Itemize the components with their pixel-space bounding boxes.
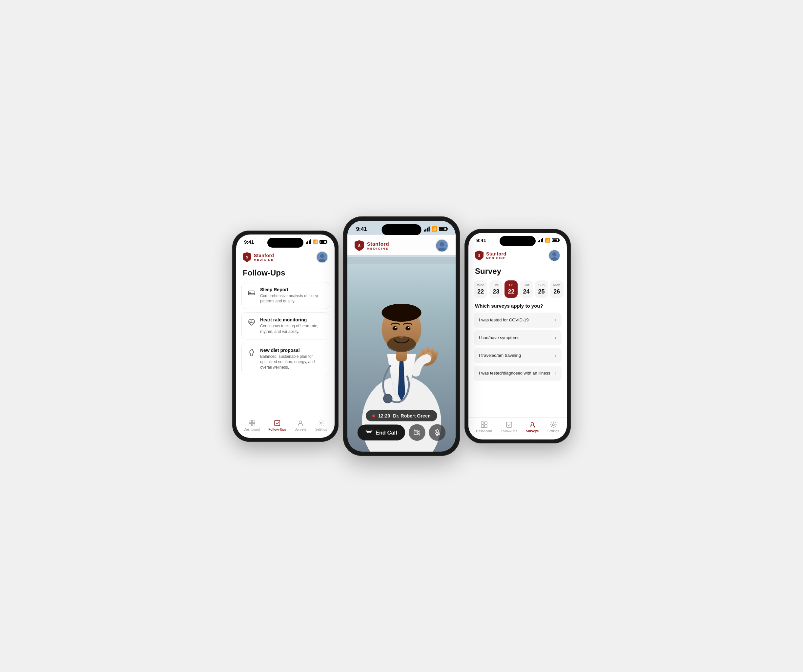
nav-surveys-label-right: Surveys [526, 429, 539, 433]
logo-left: S Stanford MEDICINE [243, 252, 274, 262]
nav-surveys-left[interactable]: Surveys [294, 419, 306, 431]
cal-day-wed-num: 22 [477, 288, 484, 295]
survey-option-symptoms[interactable]: I had/have symptoms › [474, 330, 562, 345]
followups-icon-right [506, 421, 513, 429]
svg-point-12 [320, 422, 322, 424]
nav-settings-label-left: Settings [315, 428, 327, 431]
svg-rect-6 [249, 420, 252, 423]
nav-dashboard-left[interactable]: Dashboard [244, 419, 260, 431]
survey-option-diagnosed[interactable]: I was tested/diagnosed with an illness › [474, 366, 562, 381]
video-toggle-button[interactable] [409, 424, 426, 441]
sleep-card-desc: Comprehensive analysis of sleep patterns… [260, 293, 324, 304]
app-header-right: S Stanford MEDICINE [468, 246, 567, 264]
svg-rect-9 [252, 424, 255, 426]
avatar-right[interactable] [548, 250, 560, 261]
left-phone-screen: 9:41 📶 S [236, 234, 335, 438]
avatar-center[interactable] [435, 239, 449, 252]
phone-icon [366, 429, 373, 436]
nav-dashboard-label-right: Dashboard [476, 429, 492, 433]
avatar-image-right [549, 250, 559, 261]
signal-bars-center [424, 226, 430, 231]
cal-day-fri[interactable]: Fri 22 [504, 281, 518, 298]
logo-stanford-left: Stanford [254, 253, 274, 258]
heartrate-card-content: Heart rate monitoring Continuous trackin… [260, 317, 324, 334]
nav-settings-label-right: Settings [548, 429, 559, 433]
sleep-card-title: Sleep Report [260, 287, 324, 292]
battery-icon-right [552, 239, 559, 242]
logo-text-left: Stanford MEDICINE [254, 253, 274, 261]
followups-scroll[interactable]: Sleep Report Comprehensive analysis of s… [236, 282, 335, 402]
svg-point-43 [553, 252, 556, 256]
cal-day-thu[interactable]: Thu 23 [489, 281, 502, 298]
logo-stanford-center: Stanford [367, 241, 389, 247]
signal-bars-right [538, 238, 543, 242]
nav-dashboard-right[interactable]: Dashboard [476, 421, 492, 433]
svg-rect-48 [484, 425, 487, 428]
survey-option-travel[interactable]: I traveled/am traveling › [474, 348, 562, 363]
dashboard-icon-right [481, 421, 488, 429]
svg-rect-4 [248, 291, 255, 295]
status-time-right: 9:41 [476, 237, 486, 243]
end-call-button[interactable]: End Call [358, 424, 405, 440]
diet-card-desc: Balanced, sustainable plan for optimized… [260, 354, 324, 370]
card-diet[interactable]: New diet proposal Balanced, sustainable … [241, 343, 329, 375]
svg-rect-49 [507, 422, 512, 427]
logo-text-center: Stanford MEDICINE [367, 241, 389, 250]
rec-dot [372, 414, 375, 417]
nav-surveys-right[interactable]: Surveys [526, 421, 539, 433]
call-info-bar: 12:20 Dr. Robert Green [366, 410, 437, 421]
svg-point-51 [553, 424, 554, 426]
status-bar-center: 9:41 📶 [347, 221, 456, 235]
cal-day-sun[interactable]: Sun 25 [535, 281, 548, 298]
bottom-nav-right: Dashboard Follow-Ups Surveys [468, 417, 567, 440]
followups-icon-left [273, 419, 281, 427]
cal-day-wed[interactable]: Wed 22 [474, 281, 488, 298]
logo-stanford-right: Stanford [486, 251, 507, 256]
svg-rect-10 [275, 420, 280, 426]
logo-text-right: Stanford MEDICINE [486, 251, 507, 260]
stanford-shield-icon-center: S [354, 240, 364, 251]
nav-settings-right[interactable]: Settings [548, 421, 559, 433]
survey-option-travel-text: I traveled/am traveling [479, 353, 521, 358]
sleep-card-content: Sleep Report Comprehensive analysis of s… [260, 287, 324, 304]
status-time-left: 9:41 [244, 239, 254, 245]
status-icons-right: 📶 [538, 238, 559, 243]
center-phone-screen: 9:41 📶 [347, 221, 456, 451]
right-phone-screen: 9:41 📶 S [468, 233, 567, 440]
survey-question-label: Which surveys apply to you? [468, 303, 567, 313]
card-sleep[interactable]: Sleep Report Comprehensive analysis of s… [241, 282, 329, 309]
dynamic-island-center [382, 224, 421, 235]
app-header-center: S Stanford MEDICINE [347, 234, 456, 255]
cal-day-sat[interactable]: Sat 24 [520, 281, 533, 298]
svg-point-2 [320, 254, 324, 258]
svg-point-50 [531, 422, 534, 425]
cal-day-sun-num: 25 [538, 288, 545, 295]
nav-followups-left[interactable]: Follow-Ups [268, 419, 286, 431]
mute-button[interactable] [429, 424, 446, 441]
status-time-center: 9:41 [356, 226, 367, 232]
call-overlay-bottom: 12:20 Dr. Robert Green End Call [347, 410, 456, 448]
call-time: 12:20 [378, 413, 390, 419]
phones-container: 9:41 📶 S [232, 227, 571, 445]
battery-icon-left [320, 240, 327, 243]
chevron-travel-icon: › [555, 352, 556, 359]
cal-day-thu-num: 23 [493, 288, 499, 295]
surveys-icon-right [529, 421, 536, 429]
sleep-icon [247, 287, 256, 297]
nav-settings-left[interactable]: Settings [315, 419, 327, 431]
svg-rect-8 [249, 424, 252, 426]
card-heartrate[interactable]: Heart rate monitoring Continuous trackin… [241, 312, 329, 339]
cal-day-mon[interactable]: Mon 26 [550, 281, 564, 298]
dynamic-island-left [267, 238, 304, 248]
avatar-left[interactable] [316, 251, 328, 263]
stanford-shield-icon: S [243, 252, 251, 262]
call-controls: End Call [358, 424, 445, 441]
nav-surveys-label-left: Surveys [294, 428, 306, 431]
app-header-left: S Stanford MEDICINE [236, 247, 335, 266]
heartrate-icon [247, 318, 256, 327]
right-phone: 9:41 📶 S [465, 229, 571, 443]
nav-followups-right[interactable]: Follow-Ups [501, 421, 517, 433]
survey-option-covid[interactable]: I was tested for COVID-19 › [474, 313, 562, 328]
cal-day-sat-num: 24 [523, 288, 530, 295]
survey-option-covid-text: I was tested for COVID-19 [479, 318, 529, 322]
